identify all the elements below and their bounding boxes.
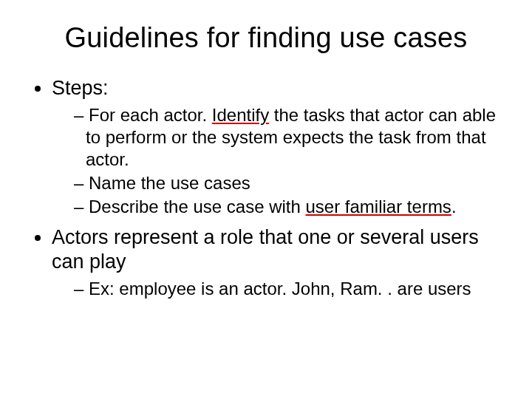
step-identify-highlight: Identify <box>212 105 269 125</box>
step-identify: For each actor. Identify the tasks that … <box>74 104 502 171</box>
slide: Guidelines for finding use cases Steps: … <box>0 0 532 399</box>
step-identify-pre: For each actor. <box>89 105 212 125</box>
step-describe-pre: Describe the use case with <box>89 197 305 216</box>
step-describe-post: . <box>451 197 457 216</box>
bullet-steps-label: Steps: <box>52 77 109 99</box>
step-describe-highlight: user familiar terms <box>306 197 451 216</box>
slide-title: Guidelines for finding use cases <box>30 22 502 54</box>
actors-example: Ex: employee is an actor. John, Ram. . a… <box>74 278 502 300</box>
step-describe: Describe the use case with user familiar… <box>74 196 502 218</box>
step-name: Name the use cases <box>74 172 502 194</box>
steps-sublist: For each actor. Identify the tasks that … <box>52 104 502 218</box>
bullet-actors: Actors represent a role that one or seve… <box>52 225 502 300</box>
actors-sublist: Ex: employee is an actor. John, Ram. . a… <box>52 278 502 300</box>
bullet-list: Steps: For each actor. Identify the task… <box>30 76 502 300</box>
bullet-actors-label: Actors represent a role that one or seve… <box>52 226 479 272</box>
bullet-steps: Steps: For each actor. Identify the task… <box>52 76 502 218</box>
